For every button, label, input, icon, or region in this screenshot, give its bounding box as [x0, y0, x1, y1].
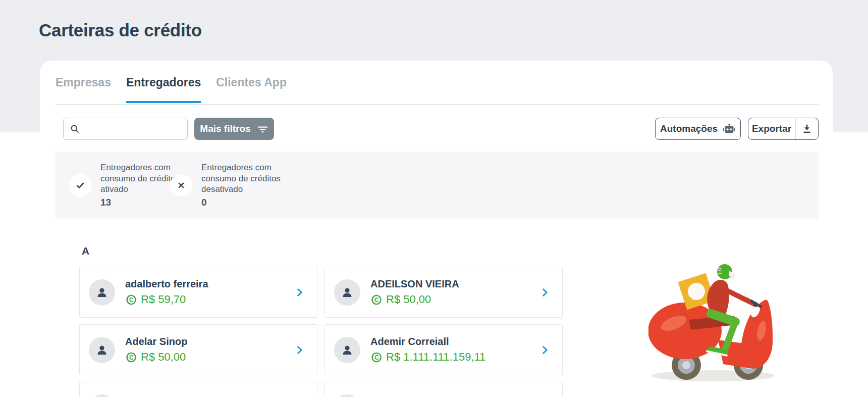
person-icon [89, 279, 115, 306]
person-icon [334, 394, 360, 397]
section-letter: A [82, 245, 89, 257]
credit-coin-icon: C [370, 352, 382, 363]
search-icon [70, 124, 80, 134]
person-icon [334, 337, 360, 363]
export-button[interactable]: Exportar [748, 118, 819, 140]
automations-label: Automações [660, 123, 718, 134]
svg-text:C: C [129, 296, 134, 303]
more-filters-button[interactable]: Mais filtros [194, 118, 274, 140]
robot-icon [723, 123, 736, 134]
summary-band: Entregadores com consumo de créditos ati… [56, 152, 819, 219]
entry-card[interactable]: Adelar Sinop C R$ 50,00 [79, 324, 317, 375]
chevron-right-icon[interactable] [540, 345, 550, 355]
chevron-right-icon[interactable] [540, 287, 550, 297]
entry-name: Adelar Sinop [125, 336, 187, 348]
entry-name: Ademir Correiall [370, 336, 485, 348]
check-icon [69, 174, 91, 196]
more-filters-label: Mais filtros [200, 123, 250, 134]
credit-coin-icon: C [125, 294, 137, 306]
entry-amount: R$ 59,70 [141, 293, 186, 306]
credit-wallets-page: Carteiras de crédito Empresas Entregador… [0, 0, 868, 397]
entry-name: ADEILSON VIEIRA [370, 278, 459, 290]
summary-deactivated: Entregadores com consumo de créditos des… [170, 152, 288, 219]
entry-name: adalberto ferreira [125, 278, 208, 290]
chevron-right-icon[interactable] [295, 287, 305, 297]
summary-deactivated-value: 0 [201, 197, 288, 208]
entry-card[interactable]: Adilson [324, 382, 563, 397]
x-mark-icon [170, 174, 192, 196]
entry-amount: R$ 50,00 [141, 351, 186, 364]
summary-deactivated-label: Entregadores com consumo de créditos des… [201, 162, 288, 195]
svg-text:C: C [374, 296, 379, 303]
svg-text:C: C [374, 354, 379, 361]
entry-card[interactable]: adalberto ferreira C R$ 59,70 [79, 267, 317, 318]
export-label: Exportar [748, 118, 795, 139]
search-box [63, 118, 188, 140]
tab-clientes-app[interactable]: Clientes App [216, 76, 287, 103]
entry-card[interactable]: Adilson [79, 382, 317, 397]
svg-text:C: C [129, 354, 134, 361]
filter-lines-icon [257, 123, 268, 135]
tab-empresas[interactable]: Empresas [56, 76, 111, 103]
delivery-scooter-illustration [648, 260, 777, 384]
credit-coin-icon: C [125, 352, 137, 363]
entry-amount: R$ 50,00 [386, 293, 431, 306]
entry-card[interactable]: Ademir Correiall C R$ 1.111.111.159,11 [324, 324, 563, 375]
page-title: Carteiras de crédito [39, 20, 202, 40]
person-icon [89, 337, 115, 363]
summary-activated: Entregadores com consumo de créditos ati… [69, 152, 187, 219]
search-input[interactable] [84, 118, 201, 139]
entry-card[interactable]: ADEILSON VIEIRA C R$ 50,00 [324, 267, 563, 318]
entry-amount: R$ 1.111.111.159,11 [386, 351, 485, 364]
automations-button[interactable]: Automações [655, 118, 741, 140]
person-icon [89, 394, 115, 397]
download-icon[interactable] [795, 118, 818, 139]
chevron-right-icon[interactable] [295, 345, 305, 355]
entries-grid: adalberto ferreira C R$ 59,70 [79, 267, 563, 397]
person-icon [334, 279, 360, 306]
tab-bar-divider [56, 104, 819, 105]
tab-entregadores[interactable]: Entregadores [126, 76, 201, 103]
credit-coin-icon: C [370, 294, 382, 306]
tab-bar: Empresas Entregadores Clientes App [56, 76, 287, 103]
